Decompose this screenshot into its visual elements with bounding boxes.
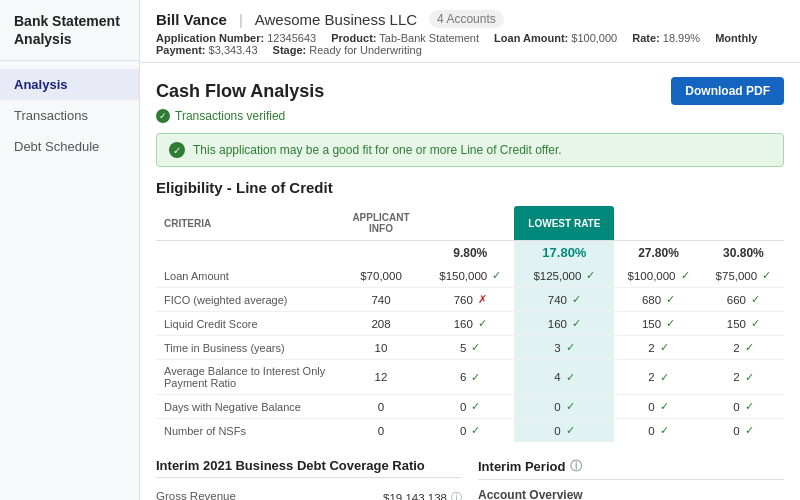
col-header-criteria: CRITERIA [156,206,336,241]
verified-icon: ✓ [156,109,170,123]
table-row: Days with Negative Balance 0 0 ✓ 0 ✓ 0 ✓… [156,395,784,419]
bottom-row: Interim 2021 Business Debt Coverage Rati… [156,458,784,500]
metric-gross-revenue: Gross Revenue $19,143,138 ⓘ [156,486,462,500]
info-banner: ✓ This application may be a good fit for… [156,133,784,167]
table-row: Liquid Credit Score 208 160 ✓ 160 ✓ 150 … [156,312,784,336]
main-panel: Bill Vance | Awesome Business LLC 4 Acco… [140,0,800,500]
header-row2: Application Number: 12345643 Product: Ta… [156,32,784,56]
cashflow-header: Cash Flow Analysis Download PDF [156,77,784,105]
header-row1: Bill Vance | Awesome Business LLC 4 Acco… [156,10,784,28]
sidebar: Bank Statement Analysis Analysis Transac… [0,0,140,500]
table-row: Time in Business (years) 10 5 ✓ 3 ✓ 2 ✓ … [156,336,784,360]
verified-text: Transactions verified [175,109,285,123]
top-header: Bill Vance | Awesome Business LLC 4 Acco… [140,0,800,63]
header-name: Bill Vance [156,11,227,28]
interim-title: Interim 2021 Business Debt Coverage Rati… [156,458,462,478]
col-header-applicant: APPLICANT INFO [336,206,426,241]
sidebar-item-analysis[interactable]: Analysis [0,69,139,100]
col-header-rate4 [703,206,784,241]
info-banner-text: This application may be a good fit for o… [193,143,562,157]
sidebar-title: Bank Statement Analysis [0,0,139,61]
content-area: Cash Flow Analysis Download PDF ✓ Transa… [140,63,800,500]
table-row: Loan Amount $70,000 $150,000 ✓ $125,000 … [156,264,784,288]
download-pdf-button[interactable]: Download PDF [671,77,784,105]
interim-section: Interim 2021 Business Debt Coverage Rati… [156,458,462,500]
sidebar-item-debt-schedule[interactable]: Debt Schedule [0,131,139,162]
interim-period-section: Interim Period ⓘ Account Overview Starti… [478,458,784,500]
info-banner-icon: ✓ [169,142,185,158]
table-row: Number of NSFs 0 0 ✓ 0 ✓ 0 ✓ 0 ✓ [156,419,784,443]
interim-period-title: Interim Period ⓘ [478,458,784,480]
account-overview-title: Account Overview [478,488,784,500]
eligibility-title: Eligibility - Line of Credit [156,179,784,196]
sidebar-nav: Analysis Transactions Debt Schedule [0,61,139,162]
sidebar-item-transactions[interactable]: Transactions [0,100,139,131]
interim-period-info-icon[interactable]: ⓘ [570,458,582,475]
col-header-lowest-rate: LOWEST RATE [514,206,614,241]
info-icon-gross[interactable]: ⓘ [451,490,462,500]
col-header-rate1 [426,206,514,241]
table-row: Average Balance to Interest Only Payment… [156,360,784,395]
col-header-rate3 [614,206,702,241]
table-row: FICO (weighted average) 740 760 ✗ 740 ✓ … [156,288,784,312]
cashflow-title: Cash Flow Analysis [156,81,324,102]
eligibility-table: CRITERIA APPLICANT INFO LOWEST RATE 9.80… [156,206,784,442]
verified-row: ✓ Transactions verified [156,109,784,123]
header-accounts: 4 Accounts [429,10,504,28]
header-company: Awesome Business LLC [255,11,417,28]
